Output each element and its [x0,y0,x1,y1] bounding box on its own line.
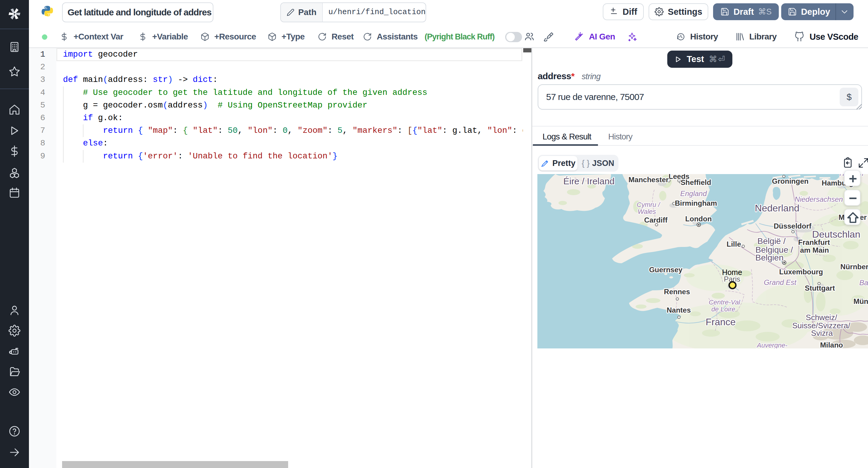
svg-text:Stuttgart: Stuttgart [805,284,835,292]
svg-text:Deutschlan: Deutschlan [812,229,861,240]
svg-text:Düsseldorf: Düsseldorf [774,222,812,230]
svg-text:Niedersachsen: Niedersachsen [795,195,843,203]
svg-text:de Loire: de Loire [711,305,735,313]
svg-text:Manchester: Manchester [628,175,669,184]
svg-text:Svizra: Svizra [811,329,833,338]
svg-text:England: England [680,190,707,198]
svg-text:Éire / Ireland: Éire / Ireland [563,176,615,186]
svg-text:France: France [706,316,736,327]
svg-text:Milano: Milano [820,341,843,348]
svg-text:Rennes: Rennes [664,288,690,296]
svg-text:Nederland: Nederland [755,203,800,213]
svg-text:Nantes: Nantes [667,306,691,314]
svg-text:Luxembourg: Luxembourg [779,268,823,276]
svg-text:Birmingham: Birmingham [675,199,717,207]
svg-text:Bay: Bay [859,278,868,287]
svg-text:Sheffield: Sheffield [681,178,711,187]
svg-text:Schweiz/: Schweiz/ [806,313,838,322]
svg-text:Home: Home [722,268,742,276]
svg-text:Grand Est: Grand Est [764,278,797,287]
svg-text:am Main: am Main [800,246,829,254]
svg-text:Centre-Val: Centre-Val [709,298,740,306]
svg-text:Belgien: Belgien [755,253,783,262]
svg-text:Cymru /: Cymru / [637,201,661,208]
svg-text:Auvergne-: Auvergne- [756,341,787,348]
svg-text:België /: België / [757,236,786,246]
svg-text:Guernsey: Guernsey [649,266,683,274]
svg-text:London: London [685,215,712,223]
svg-text:Nürnber: Nürnber [840,263,868,271]
svg-text:Lille: Lille [727,240,741,248]
svg-text:Cardiff: Cardiff [644,216,668,224]
svg-text:Münc: Münc [854,297,868,305]
svg-text:Wales: Wales [638,208,656,215]
svg-text:Groningen: Groningen [772,177,808,185]
